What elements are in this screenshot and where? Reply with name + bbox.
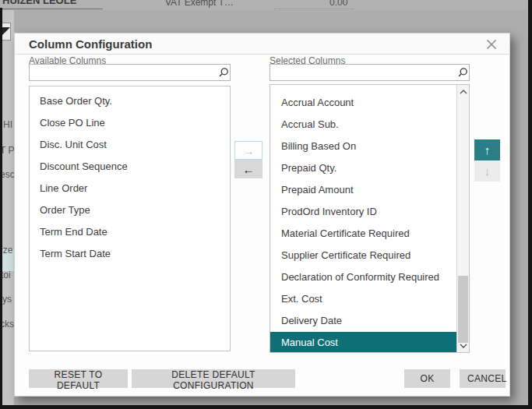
dialog-title: Column Configuration: [29, 37, 152, 51]
selected-search-box: [270, 64, 470, 81]
background-fragment: HI: [3, 119, 12, 130]
list-item[interactable]: Ext. Cost: [270, 288, 456, 310]
list-item[interactable]: Prepaid Qty.: [270, 157, 456, 179]
list-item[interactable]: Term End Date: [30, 221, 230, 243]
list-item[interactable]: Base Order Qty.: [30, 90, 230, 112]
app-window: HUIZEN LEOLE VAT Exempt T… 0.00 HI T P e…: [0, 0, 532, 409]
background-customer-cell: HUIZEN LEOLE: [2, 0, 76, 6]
list-item[interactable]: Disc. Unit Cost: [30, 134, 230, 156]
list-item[interactable]: Order Type: [30, 199, 230, 221]
list-item[interactable]: Discount Sequence: [30, 156, 230, 178]
list-item-selected[interactable]: Manual Cost: [270, 332, 456, 352]
vertical-scrollbar[interactable]: [456, 85, 469, 352]
selected-search-input[interactable]: [270, 65, 456, 79]
list-item[interactable]: ProdOrd Inventory ID: [270, 201, 456, 223]
window-border-left: [0, 8, 2, 409]
list-item[interactable]: Close PO Line: [30, 112, 230, 134]
background-dotted-underline: [274, 9, 354, 9]
list-item[interactable]: Supplier Certificate Required: [270, 245, 456, 266]
background-fragment: ys: [2, 294, 12, 305]
search-icon: [456, 67, 469, 78]
list-item-clipped[interactable]: Blanket PO Nbr.: [270, 85, 456, 92]
cancel-button[interactable]: CANCEL: [460, 369, 506, 388]
arrow-up-icon: ↑: [484, 143, 491, 157]
list-item[interactable]: Billing Based On: [270, 136, 456, 157]
background-cell-underline: [2, 9, 103, 9]
reset-to-default-button[interactable]: RESET TO DEFAULT: [29, 369, 128, 388]
move-left-button[interactable]: ←: [234, 160, 262, 178]
list-item[interactable]: Prepaid Amount: [270, 179, 456, 201]
scroll-up-icon[interactable]: [457, 86, 469, 97]
dialog-header: Column Configuration: [15, 33, 509, 55]
available-search-input[interactable]: [30, 65, 217, 79]
column-configuration-dialog: Column Configuration Available Columns B…: [14, 33, 510, 397]
search-icon: [217, 67, 230, 78]
window-border-bottom: [0, 405, 532, 409]
background-amount-cell: 0.00: [329, 0, 347, 8]
close-icon[interactable]: [485, 38, 498, 51]
background-vat-cell: VAT Exempt T…: [165, 0, 234, 8]
move-up-button[interactable]: ↑: [474, 139, 500, 160]
list-item[interactable]: Material Certificate Required: [270, 223, 456, 245]
background-fragment: ize: [1, 245, 12, 256]
list-item[interactable]: Delivery Date: [270, 310, 456, 332]
list-item[interactable]: Line Order: [30, 178, 230, 199]
available-search-box: [29, 64, 231, 81]
move-down-button[interactable]: ↓: [474, 160, 500, 182]
list-item[interactable]: Accrual Account: [270, 92, 456, 114]
arrow-right-icon: →: [243, 144, 255, 157]
list-item[interactable]: Accrual Sub.: [270, 114, 456, 136]
window-border-right: [528, 0, 532, 409]
arrow-down-icon: ↓: [484, 164, 491, 178]
arrow-left-icon: ←: [243, 163, 255, 176]
scroll-down-icon[interactable]: [457, 340, 469, 351]
available-columns-list: Base Order Qty. Close PO Line Disc. Unit…: [29, 86, 231, 351]
selected-columns-list: Blanket PO Nbr. Accrual Account Accrual …: [270, 84, 470, 353]
ok-button[interactable]: OK: [404, 369, 450, 388]
scrollbar-thumb[interactable]: [458, 276, 468, 343]
list-item[interactable]: Term Start Date: [30, 243, 230, 265]
delete-default-configuration-button[interactable]: DELETE DEFAULT CONFIGURATION: [132, 369, 295, 388]
list-item[interactable]: Declaration of Conformity Required: [270, 266, 456, 288]
move-right-button[interactable]: →: [234, 141, 262, 160]
